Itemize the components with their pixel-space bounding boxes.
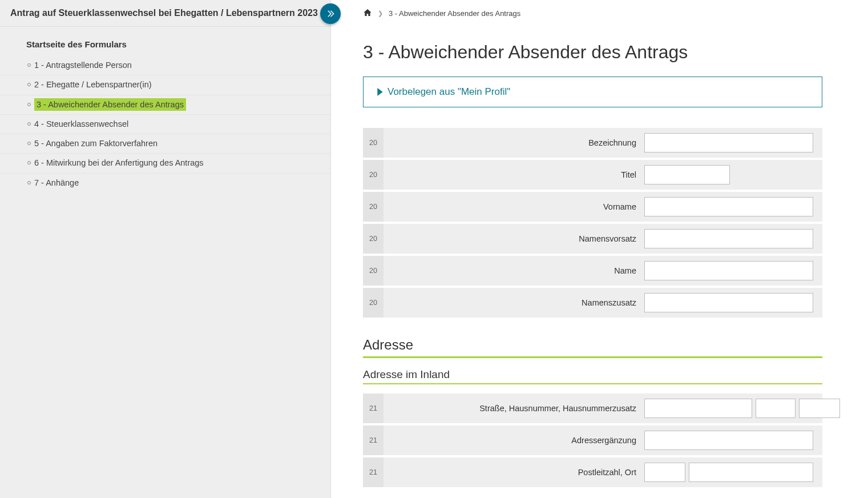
line-number: 20 bbox=[363, 192, 383, 222]
line-number: 20 bbox=[363, 256, 383, 286]
nav-item-7[interactable]: 7 - Anhänge bbox=[0, 174, 330, 192]
row-namenszusatz: 20 Namenszusatz bbox=[363, 288, 822, 318]
field-label: Titel bbox=[383, 170, 644, 179]
nav-item-2[interactable]: 2 - Ehegatte / Lebenspartner(in) bbox=[0, 75, 330, 95]
line-number: 20 bbox=[363, 288, 383, 318]
nav-item-label: 3 - Abweichender Absender des Antrags bbox=[34, 98, 186, 111]
collapse-sidebar-button[interactable] bbox=[320, 3, 341, 24]
chevron-right-icon: ❯ bbox=[378, 10, 383, 17]
nav-item-1[interactable]: 1 - Antragstellende Person bbox=[0, 56, 330, 75]
nav-item-label: 6 - Mitwirkung bei der Anfertigung des A… bbox=[34, 158, 204, 167]
hausnummerzusatz-input[interactable] bbox=[799, 399, 840, 418]
nav-item-label: 1 - Antragstellende Person bbox=[34, 61, 132, 70]
vorname-input[interactable] bbox=[644, 197, 813, 216]
nav-item-3[interactable]: 3 - Abweichender Absender des Antrags bbox=[0, 95, 330, 115]
strasse-input[interactable] bbox=[644, 399, 752, 418]
breadcrumb-home[interactable] bbox=[363, 8, 372, 19]
row-titel: 20 Titel bbox=[363, 160, 822, 190]
namensvorsatz-input[interactable] bbox=[644, 229, 813, 248]
section-adresse: Adresse bbox=[363, 337, 822, 358]
field-label: Straße, Hausnummer, Hausnummerzusatz bbox=[383, 404, 644, 413]
line-number: 20 bbox=[363, 128, 383, 158]
line-number: 21 bbox=[363, 425, 383, 455]
postleitzahl-input[interactable] bbox=[644, 463, 685, 482]
field-label: Adressergänzung bbox=[383, 436, 644, 445]
prefill-box: Vorbelegen aus "Mein Profil" bbox=[363, 77, 822, 107]
chevron-double-right-icon bbox=[326, 9, 335, 18]
row-name: 20 Name bbox=[363, 256, 822, 286]
nav-item-label: 7 - Anhänge bbox=[34, 178, 79, 187]
nav-item-6[interactable]: 6 - Mitwirkung bei der Anfertigung des A… bbox=[0, 154, 330, 173]
line-number: 20 bbox=[363, 160, 383, 190]
row-strasse: 21 Straße, Hausnummer, Hausnummerzusatz bbox=[363, 393, 822, 423]
breadcrumb: ❯ 3 - Abweichender Absender des Antrags bbox=[363, 8, 822, 19]
nav-item-label: 5 - Angaben zum Faktorverfahren bbox=[34, 139, 158, 148]
sidebar-title: Antrag auf Steuerklassenwechsel bei Eheg… bbox=[0, 0, 330, 27]
adressergaenzung-input[interactable] bbox=[644, 431, 813, 450]
prefill-link[interactable]: Vorbelegen aus "Mein Profil" bbox=[377, 86, 808, 98]
breadcrumb-current: 3 - Abweichender Absender des Antrags bbox=[389, 9, 520, 18]
row-plz-ort: 21 Postleitzahl, Ort bbox=[363, 457, 822, 487]
field-label: Vorname bbox=[383, 202, 644, 211]
nav-item-5[interactable]: 5 - Angaben zum Faktorverfahren bbox=[0, 134, 330, 154]
field-label: Namensvorsatz bbox=[383, 234, 644, 243]
field-label: Postleitzahl, Ort bbox=[383, 468, 644, 477]
nav-section-title[interactable]: Startseite des Formulars bbox=[0, 33, 330, 56]
main-content: ❯ 3 - Abweichender Absender des Antrags … bbox=[331, 0, 868, 498]
name-input[interactable] bbox=[644, 261, 813, 280]
form-navigation: Startseite des Formulars 1 - Antragstell… bbox=[0, 27, 330, 198]
nav-item-4[interactable]: 4 - Steuerklassenwechsel bbox=[0, 115, 330, 134]
bezeichnung-input[interactable] bbox=[644, 133, 813, 152]
row-namensvorsatz: 20 Namensvorsatz bbox=[363, 224, 822, 254]
field-label: Bezeichnung bbox=[383, 138, 644, 147]
row-adressergaenzung: 21 Adressergänzung bbox=[363, 425, 822, 455]
titel-input[interactable] bbox=[644, 165, 730, 184]
field-label: Namenszusatz bbox=[383, 298, 644, 307]
line-number: 21 bbox=[363, 457, 383, 487]
chevron-right-icon bbox=[377, 88, 383, 96]
home-icon bbox=[363, 8, 372, 17]
namenszusatz-input[interactable] bbox=[644, 293, 813, 312]
page-title: 3 - Abweichender Absender des Antrags bbox=[363, 42, 822, 63]
section-adresse-inland: Adresse im Inland bbox=[363, 368, 822, 384]
prefill-label: Vorbelegen aus "Mein Profil" bbox=[387, 86, 510, 98]
field-label: Name bbox=[383, 266, 644, 275]
line-number: 20 bbox=[363, 224, 383, 254]
row-bezeichnung: 20 Bezeichnung bbox=[363, 128, 822, 158]
line-number: 21 bbox=[363, 393, 383, 423]
row-vorname: 20 Vorname bbox=[363, 192, 822, 222]
nav-item-label: 4 - Steuerklassenwechsel bbox=[34, 119, 128, 128]
sidebar: Antrag auf Steuerklassenwechsel bei Eheg… bbox=[0, 0, 331, 498]
hausnummer-input[interactable] bbox=[756, 399, 796, 418]
nav-item-label: 2 - Ehegatte / Lebenspartner(in) bbox=[34, 80, 152, 89]
ort-input[interactable] bbox=[689, 463, 813, 482]
